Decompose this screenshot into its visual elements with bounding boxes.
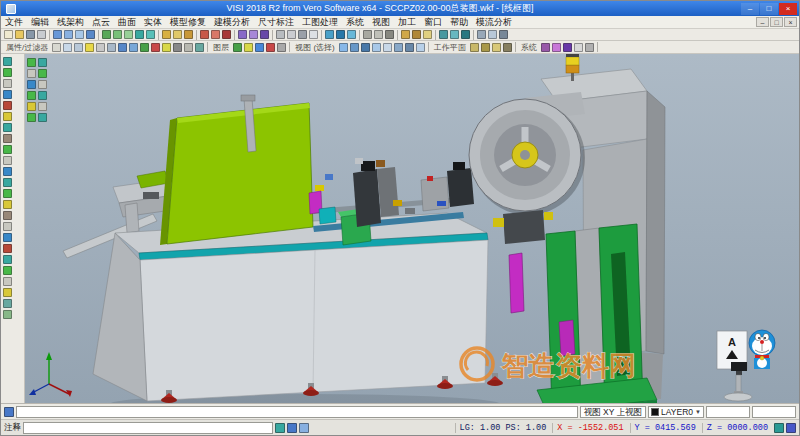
toolbar-icon[interactable] [3,79,12,88]
toolbar-icon[interactable] [38,91,47,100]
toolbar-icon[interactable] [249,30,258,39]
toolbar-icon[interactable] [374,30,383,39]
machine-base[interactable] [93,213,488,401]
menu-item[interactable]: 曲面 [114,16,140,29]
toolbar-icon[interactable] [325,30,334,39]
toolbar-icon[interactable] [52,43,61,52]
toolbar-icon[interactable] [3,68,12,77]
menu-item[interactable]: 系统 [342,16,368,29]
crank-housing[interactable] [503,210,545,244]
magenta-cylinder[interactable] [509,253,524,313]
toolbar-icon[interactable] [3,178,12,187]
menu-item[interactable]: 加工 [394,16,420,29]
toolbar-icon[interactable] [481,43,490,52]
menu-item[interactable]: 工图处理 [298,16,342,29]
toolbar-icon[interactable] [38,80,47,89]
viewport-3d[interactable]: 智造资料网 A [25,54,799,403]
toolbar-icon[interactable] [488,30,497,39]
toolbar-icon[interactable] [552,43,561,52]
toolbar-icon[interactable] [38,113,47,122]
toolbar-icon[interactable] [96,43,105,52]
toolbar-icon[interactable] [3,288,12,297]
toolbar-icon[interactable] [27,91,36,100]
toolbar-icon[interactable] [3,145,12,154]
toolbar-icon[interactable] [244,43,253,52]
toolbar-icon[interactable] [3,200,12,209]
toolbar-icon[interactable] [563,43,572,52]
toolbar-icon[interactable] [439,30,448,39]
menu-item[interactable]: 模流分析 [472,16,516,29]
maximize-button[interactable]: □ [760,3,778,15]
toolbar-icon[interactable] [401,30,410,39]
toolbar-icon[interactable] [503,43,512,52]
toolbar-icon[interactable] [38,102,47,111]
command-field[interactable] [16,406,578,418]
command-icon[interactable] [4,407,14,417]
toolbar-icon[interactable] [53,30,62,39]
toolbar-icon[interactable] [27,69,36,78]
menu-item[interactable]: 视图 [368,16,394,29]
snap-icon[interactable] [275,423,285,433]
menu-item[interactable]: 实体 [140,16,166,29]
child-window-control[interactable]: – [756,17,769,27]
toolbar-icon[interactable] [361,43,370,52]
toolbar-icon[interactable] [63,43,72,52]
menu-item[interactable]: 尺寸标注 [254,16,298,29]
layer-dropdown[interactable]: LAYER0 ▼ [648,406,704,418]
toolbar-icon[interactable] [350,43,359,52]
green-panel[interactable] [160,95,313,245]
annotation-input[interactable] [23,422,273,434]
toolbar-icon[interactable] [15,30,24,39]
menu-item[interactable]: 线架构 [53,16,88,29]
close-button[interactable]: × [779,3,797,15]
toolbar-icon[interactable] [3,211,12,220]
menu-item[interactable]: 帮助 [446,16,472,29]
toolbar-icon[interactable] [3,123,12,132]
toolbar-icon[interactable] [450,30,459,39]
toolbar-icon[interactable] [195,43,204,52]
toolbar-icon[interactable] [3,90,12,99]
menu-item[interactable]: 编辑 [27,16,53,29]
toolbar-icon[interactable] [266,43,275,52]
toolbar-icon[interactable] [309,30,318,39]
menu-item[interactable]: 窗口 [420,16,446,29]
toolbar-icon[interactable] [416,43,425,52]
toolbar-icon[interactable] [470,43,479,52]
toolbar-icon[interactable] [27,80,36,89]
toolbar-icon[interactable] [260,30,269,39]
toolbar-icon[interactable] [585,43,594,52]
toolbar-icon[interactable] [3,277,12,286]
toolbar-icon[interactable] [238,30,247,39]
toolbar-icon[interactable] [298,30,307,39]
toolbar-icon[interactable] [383,43,392,52]
toolbar-icon[interactable] [222,30,231,39]
toolbar-icon[interactable] [146,30,155,39]
toolbar-icon[interactable] [3,134,12,143]
toolbar-icon[interactable] [3,167,12,176]
toolbar-icon[interactable] [129,43,138,52]
toolbar-icon[interactable] [363,30,372,39]
toolbar-icon[interactable] [27,58,36,67]
toolbar-icon[interactable] [3,299,12,308]
toolbar-icon[interactable] [3,255,12,264]
toolbar-icon[interactable] [492,43,501,52]
child-window-control[interactable]: □ [770,17,783,27]
minimize-button[interactable]: – [741,3,759,15]
child-window-control[interactable]: × [784,17,797,27]
toolbar-icon[interactable] [211,30,220,39]
toolbar-icon[interactable] [287,30,296,39]
toolbar-icon[interactable] [347,30,356,39]
toolbar-icon[interactable] [3,266,12,275]
menu-item[interactable]: 点云 [88,16,114,29]
tracking-icon[interactable] [774,423,784,433]
toolbar-icon[interactable] [27,113,36,122]
cad-model-scene[interactable]: 智造资料网 A [25,54,799,403]
toolbar-icon[interactable] [113,30,122,39]
toolbar-icon[interactable] [184,43,193,52]
toolbar-icon[interactable] [541,43,550,52]
toolbar-icon[interactable] [74,43,83,52]
toolbar-icon[interactable] [38,58,47,67]
toolbar-icon[interactable] [3,189,12,198]
menu-item[interactable]: 建模分析 [210,16,254,29]
toolbar-icon[interactable] [3,156,12,165]
